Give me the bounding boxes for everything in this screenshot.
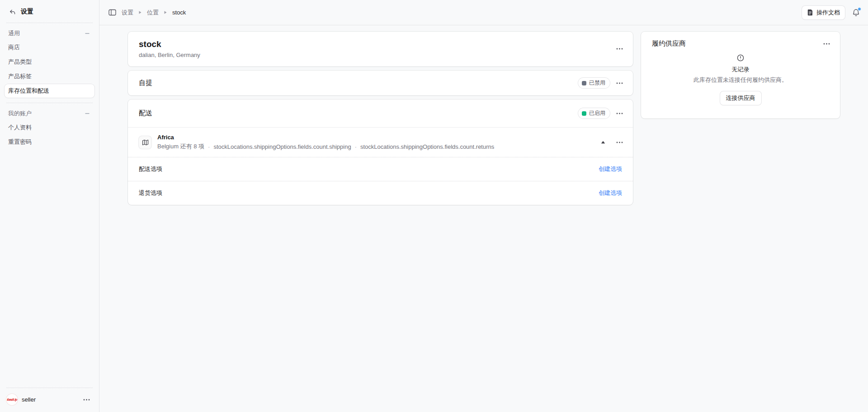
pickup-ellipsis-menu-icon[interactable] — [614, 81, 625, 86]
status-dot-disabled — [582, 81, 586, 85]
create-shipping-option-link[interactable]: 创建选项 — [599, 165, 622, 173]
pickup-badge-label: 已禁用 — [589, 79, 605, 87]
sidebar-title: 设置 — [21, 8, 33, 16]
sidebar-section-general: 通用 商店 产品类型 产品标签 库存位置和配送 — [0, 23, 99, 103]
document-icon — [807, 9, 813, 16]
connect-providers-button[interactable]: 连接供应商 — [720, 91, 761, 105]
return-options-label: 退货选项 — [139, 189, 162, 197]
sidebar-item-store[interactable]: 商店 — [5, 41, 94, 54]
empty-state-title: 无记录 — [732, 66, 750, 74]
shipping-badge-label: 已启用 — [589, 109, 605, 117]
section-label: 通用 — [8, 29, 20, 38]
sidebar-item-profile[interactable]: 个人资料 — [5, 121, 94, 134]
breadcrumb-settings[interactable]: 设置 — [122, 9, 133, 17]
location-card: stock dalian, Berlin, Germany — [128, 32, 633, 66]
back-arrow-icon[interactable] — [9, 9, 16, 15]
side-column: 履约供应商 无记录 此库存位置未连接任何履约供应商。 — [641, 32, 840, 123]
sidebar-item-reset-password[interactable]: 重置密码 — [5, 135, 94, 149]
breadcrumb-locations[interactable]: 位置 — [147, 9, 159, 17]
breadcrumb-current: stock — [172, 9, 186, 16]
pickup-status-badge: 已禁用 — [578, 78, 610, 88]
docs-button-label: 操作文档 — [816, 9, 840, 17]
zone-ellipsis-menu-icon[interactable] — [614, 140, 625, 145]
collapse-minus-icon[interactable] — [84, 110, 91, 117]
exclamation-circle-icon — [737, 54, 744, 62]
location-title: stock — [139, 39, 200, 49]
service-zone-row: Africa Belgium 还有 8 项 · stockLocations.s… — [128, 128, 633, 157]
providers-empty-state: 无记录 此库存位置未连接任何履约供应商。 连接供应商 — [641, 52, 840, 118]
user-ellipsis-menu-icon[interactable] — [81, 397, 92, 403]
zone-shipping-count: stockLocations.shippingOptions.fields.co… — [213, 143, 351, 150]
status-dot-enabled — [582, 111, 586, 116]
seller-logo-text: ibadUp — [7, 398, 17, 402]
pickup-title: 自提 — [139, 79, 152, 87]
empty-state-description: 此库存位置未连接任何履约供应商。 — [693, 76, 788, 84]
shipping-status-badge: 已启用 — [578, 108, 610, 118]
service-zone-details: Belgium 还有 8 项 · stockLocations.shipping… — [157, 142, 588, 151]
fulfillment-providers-card: 履约供应商 无记录 此库存位置未连接任何履约供应商。 — [641, 32, 840, 118]
breadcrumb-separator-icon — [138, 10, 142, 14]
shipping-title: 配送 — [139, 109, 152, 118]
topbar-actions: 操作文档 — [802, 6, 860, 19]
sidebar-toggle-icon[interactable] — [108, 9, 116, 16]
section-header-account: 我的账户 — [5, 107, 94, 120]
service-zone-name: Africa — [157, 134, 588, 141]
seller-logo-avatar: ibadUp — [6, 394, 18, 405]
breadcrumb: 设置 位置 stock — [122, 9, 186, 17]
shipping-options-label: 配送选项 — [139, 165, 162, 173]
docs-button[interactable]: 操作文档 — [802, 6, 845, 19]
create-return-option-link[interactable]: 创建选项 — [599, 189, 622, 197]
main-column: stock dalian, Berlin, Germany 自提 已禁用 — [128, 32, 633, 209]
zone-countries: Belgium 还有 8 项 — [157, 142, 204, 151]
breadcrumb-separator-icon — [164, 10, 167, 14]
shipping-options-row: 配送选项 创建选项 — [128, 157, 633, 181]
sidebar-header: 设置 — [0, 0, 99, 23]
main-area: 设置 位置 stock 操作文档 — [99, 0, 868, 412]
collapse-triangle-icon[interactable] — [599, 139, 607, 146]
settings-sidebar: 设置 通用 商店 产品类型 产品标签 库存位置和配送 我的账户 个人资料 重置密… — [0, 0, 99, 412]
section-header-general: 通用 — [5, 27, 94, 40]
dot-separator: · — [208, 143, 210, 150]
sidebar-item-product-types[interactable]: 产品类型 — [5, 55, 94, 69]
shipping-ellipsis-menu-icon[interactable] — [614, 111, 625, 116]
section-label: 我的账户 — [8, 109, 32, 118]
pickup-card: 自提 已禁用 — [128, 71, 633, 95]
page-content: stock dalian, Berlin, Germany 自提 已禁用 — [99, 25, 868, 412]
sidebar-section-account: 我的账户 个人资料 重置密码 — [0, 103, 99, 154]
providers-ellipsis-menu-icon[interactable] — [821, 41, 832, 47]
location-address: dalian, Berlin, Germany — [139, 52, 200, 58]
service-zone-info: Africa Belgium 还有 8 项 · stockLocations.s… — [157, 134, 588, 151]
service-zone-actions — [594, 139, 625, 146]
zone-returns-count: stockLocations.shippingOptions.fields.co… — [360, 143, 494, 150]
return-options-row: 退货选项 创建选项 — [128, 181, 633, 205]
map-icon — [139, 136, 151, 149]
collapse-minus-icon[interactable] — [84, 30, 91, 37]
notification-dot — [858, 7, 861, 11]
shipping-card: 配送 已启用 — [128, 99, 633, 205]
username-label: seller — [22, 396, 77, 403]
sidebar-footer: ibadUp seller — [0, 388, 99, 412]
user-menu-row[interactable]: ibadUp seller — [0, 388, 99, 412]
location-ellipsis-menu-icon[interactable] — [614, 46, 625, 52]
notifications-bell-icon[interactable] — [852, 9, 860, 17]
sidebar-item-product-tags[interactable]: 产品标签 — [5, 70, 94, 83]
providers-title: 履约供应商 — [652, 39, 686, 48]
topbar: 设置 位置 stock 操作文档 — [99, 0, 868, 25]
sidebar-item-locations-shipping[interactable]: 库存位置和配送 — [5, 84, 94, 98]
dot-separator: · — [355, 143, 357, 150]
